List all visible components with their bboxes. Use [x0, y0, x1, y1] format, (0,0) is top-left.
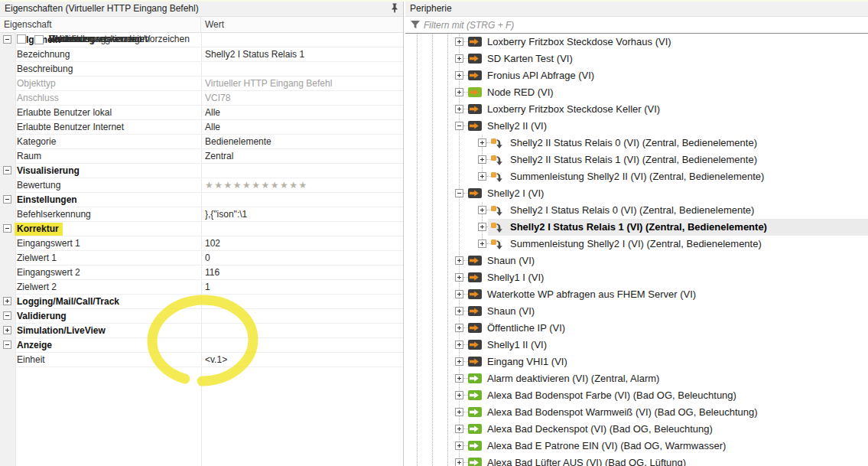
property-row[interactable]: KategorieBedienelemente [0, 135, 403, 149]
tree-item[interactable]: Loxberry Fritzbox Steckdose Vorhaus (VI) [405, 34, 868, 51]
tree-item[interactable]: Eingang VHI1 (VI) [405, 354, 868, 370]
expand-node-icon[interactable] [455, 256, 463, 265]
expand-node-icon[interactable] [455, 37, 463, 46]
expand-node-icon[interactable] [455, 357, 463, 366]
property-value-cell[interactable]: 116 [201, 267, 403, 278]
property-section-row[interactable]: Visualisierung [0, 164, 403, 178]
tree-item[interactable]: Shelly2 I (VI) [405, 185, 868, 202]
property-value-cell[interactable]: Alle [201, 122, 403, 132]
property-value-cell[interactable]: Shelly2 I Status Relais 1 [201, 49, 403, 60]
expand-node-icon[interactable] [455, 307, 463, 315]
property-row[interactable]: BezeichnungShelly2 I Status Relais 1 [0, 47, 403, 62]
expand-node-icon[interactable] [478, 223, 486, 231]
checkbox[interactable] [34, 35, 44, 44]
column-header-property[interactable]: Eigenschaft [0, 17, 201, 32]
expand-node-icon[interactable] [478, 155, 486, 164]
property-row[interactable]: AnschlussVCI78 [0, 91, 403, 106]
tree-item[interactable]: Summenleistung Shelly2 II (VI) (Zentral,… [405, 168, 868, 185]
expand-node-icon[interactable] [455, 391, 463, 399]
expand-node-icon[interactable] [455, 273, 463, 282]
tree-item[interactable]: Shelly2 II Status Relais 0 (VI) (Zentral… [405, 135, 868, 152]
tree-item[interactable]: Alarm deaktivieren (VI) (Zentral, Alarm) [405, 370, 868, 387]
property-value-cell[interactable]: Zentral [201, 151, 403, 161]
property-section-row[interactable]: Simulation/LiveView [0, 324, 403, 338]
tree-item[interactable]: Alexa Bad Deckenspot (VI) (Bad OG, Beleu… [405, 421, 868, 438]
property-value-cell[interactable]: Alle [201, 107, 403, 118]
tree-item[interactable]: Shelly2 I Status Relais 0 (VI) (Zentral,… [405, 202, 868, 219]
expand-node-icon[interactable] [478, 172, 486, 181]
collapse-section-icon[interactable] [3, 35, 11, 44]
collapse-section-icon[interactable] [3, 166, 11, 174]
expand-section-icon[interactable] [3, 297, 11, 305]
property-value-cell[interactable]: 0 [201, 253, 403, 263]
expand-node-icon[interactable] [455, 71, 463, 80]
property-row[interactable]: Befehlserkennung},{"ison":\1 [0, 207, 403, 222]
expand-node-icon[interactable] [455, 442, 463, 450]
tree-item[interactable]: Node RED (VI) [405, 84, 868, 101]
tree-item[interactable]: Alexa Bad Lüfter AUS (VI) (Bad OG, Lüftu… [405, 455, 868, 466]
column-header-value[interactable]: Wert [201, 17, 403, 32]
property-row[interactable]: Zielwert 21 [0, 280, 403, 295]
tree-item[interactable]: Alexa Bad Bodenspot Warmweiß (VI) (Bad O… [405, 404, 868, 421]
expand-node-icon[interactable] [455, 341, 463, 349]
property-row[interactable]: Zielwert 10 [0, 251, 403, 266]
collapse-section-icon[interactable] [3, 195, 11, 204]
property-section-row[interactable]: Validierung [0, 309, 403, 324]
tree-item[interactable]: Summenleistung Shelly2 I (VI) (Zentral, … [405, 236, 868, 253]
expand-node-icon[interactable] [455, 408, 463, 416]
tree-item[interactable]: Shelly1 II (VI) [405, 337, 868, 354]
expand-node-icon[interactable] [455, 88, 463, 96]
property-value-cell[interactable]: 102 [201, 238, 403, 249]
property-row[interactable]: Beschreibung [0, 62, 403, 77]
filter-input[interactable] [424, 20, 868, 31]
property-row[interactable]: Erlaubte Benutzer InternetAlle [0, 120, 403, 135]
collapse-section-icon[interactable] [3, 224, 11, 233]
tree-item[interactable]: Shaun (VI) [405, 253, 868, 269]
property-value-cell[interactable]: 1 [201, 282, 403, 292]
property-row[interactable]: RaumZentral [0, 149, 403, 164]
property-section-row[interactable]: Einstellungen [0, 193, 403, 207]
tree-item[interactable]: Shelly2 II (VI) [405, 118, 868, 135]
tree-item[interactable]: Fronius API Abfrage (VI) [405, 67, 868, 84]
collapse-node-icon[interactable] [455, 122, 463, 130]
property-row[interactable]: Einheit<v.1> [0, 353, 403, 367]
collapse-node-icon[interactable] [455, 189, 463, 197]
property-section-row[interactable]: Korrektur [0, 222, 403, 236]
tree-item[interactable]: Alexa Bad E Patrone EIN (VI) (Bad OG, Wa… [405, 438, 868, 455]
property-value-cell[interactable]: Bedienelemente [201, 136, 403, 147]
tree-item[interactable]: Loxberry Fritzbox Steckdose Keller (VI) [405, 101, 868, 118]
expand-node-icon[interactable] [478, 240, 486, 248]
tree-item[interactable]: Öffentliche IP (VI) [405, 320, 868, 337]
tree-item[interactable]: Shelly1 I (VI) [405, 269, 868, 286]
property-value-cell[interactable]: },{"ison":\1 [201, 209, 403, 220]
expand-node-icon[interactable] [455, 324, 463, 332]
expand-node-icon[interactable] [455, 290, 463, 298]
property-row[interactable]: Bewertung★★★★★★★★★★★ [0, 178, 403, 193]
property-row[interactable]: Erlaubte Benutzer lokalAlle [0, 106, 403, 120]
property-row[interactable]: Validierung verwenden [17, 34, 26, 44]
expand-node-icon[interactable] [478, 206, 486, 214]
property-row[interactable]: Eingangswert 1102 [0, 236, 403, 251]
tree-item[interactable]: Waterkotte WP abfragen aus FHEM Server (… [405, 286, 868, 303]
tree-item[interactable]: Alexa Bad Bodenspot Farbe (VI) (Bad OG, … [405, 387, 868, 404]
expand-node-icon[interactable] [455, 54, 463, 63]
tree-item[interactable]: Shelly2 I Status Relais 1 (VI) (Zentral,… [405, 219, 868, 236]
rating-stars[interactable]: ★★★★★★★★★★★ [201, 180, 403, 191]
collapse-section-icon[interactable] [3, 311, 11, 320]
expand-node-icon[interactable] [455, 374, 463, 383]
tree-item[interactable]: SD Karten Test (VI) [405, 51, 868, 67]
tree-item[interactable]: Shelly2 II Status Relais 1 (VI) (Zentral… [405, 152, 868, 168]
property-section-row[interactable]: Anzeige [0, 338, 403, 353]
property-section-row[interactable]: Logging/Mail/Call/Track [0, 295, 403, 309]
pin-icon[interactable] [391, 3, 398, 13]
collapse-section-icon[interactable] [3, 341, 11, 349]
property-row[interactable]: ObjekttypVirtueller HTTP Eingang Befehl [0, 77, 403, 91]
expand-node-icon[interactable] [455, 425, 463, 433]
property-value-cell[interactable]: <v.1> [201, 354, 403, 365]
expand-node-icon[interactable] [478, 138, 486, 147]
expand-node-icon[interactable] [455, 458, 463, 466]
expand-section-icon[interactable] [3, 326, 11, 334]
tree-item[interactable]: Shaun (VI) [405, 303, 868, 320]
expand-node-icon[interactable] [455, 105, 463, 113]
property-row[interactable]: Eingangswert 2116 [0, 266, 403, 280]
